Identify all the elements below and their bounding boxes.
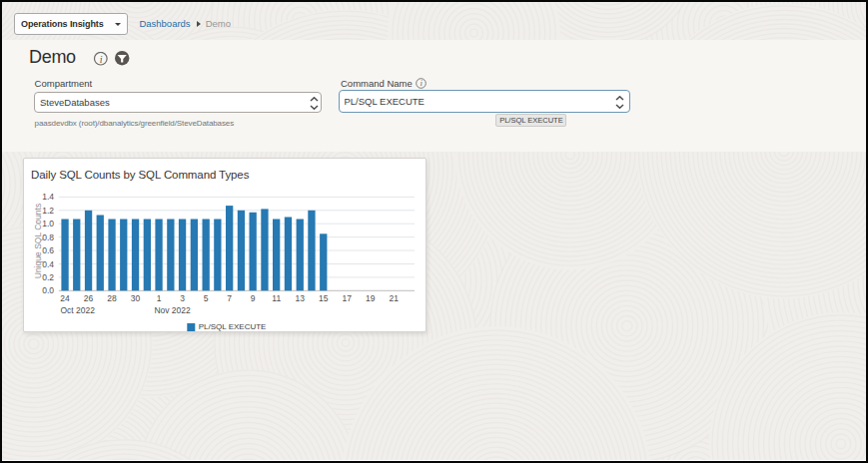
svg-text:5: 5 xyxy=(204,293,209,303)
svg-text:1.4: 1.4 xyxy=(42,192,54,202)
svg-text:0.8: 0.8 xyxy=(42,232,54,242)
svg-text:0.6: 0.6 xyxy=(42,245,54,255)
svg-text:9: 9 xyxy=(251,293,256,303)
svg-text:1.2: 1.2 xyxy=(42,206,54,216)
svg-text:0.0: 0.0 xyxy=(42,285,54,295)
svg-text:17: 17 xyxy=(342,293,352,303)
svg-text:21: 21 xyxy=(390,293,400,303)
svg-text:Oct 2022: Oct 2022 xyxy=(60,305,95,315)
svg-text:PL/SQL EXECUTE: PL/SQL EXECUTE xyxy=(199,322,267,331)
svg-text:13: 13 xyxy=(295,293,305,303)
svg-text:3: 3 xyxy=(180,293,185,303)
svg-text:1: 1 xyxy=(157,293,162,303)
svg-text:Unique SQL Counts: Unique SQL Counts xyxy=(33,204,43,278)
svg-text:11: 11 xyxy=(272,293,281,303)
svg-text:0.4: 0.4 xyxy=(42,259,54,269)
svg-text:15: 15 xyxy=(319,293,329,303)
svg-text:26: 26 xyxy=(84,293,94,303)
svg-text:7: 7 xyxy=(227,293,232,303)
svg-text:Nov 2022: Nov 2022 xyxy=(154,305,191,315)
svg-text:30: 30 xyxy=(131,293,141,303)
svg-text:19: 19 xyxy=(366,293,376,303)
svg-text:i: i xyxy=(421,79,423,88)
svg-text:28: 28 xyxy=(107,293,117,303)
svg-text:0.2: 0.2 xyxy=(42,272,54,282)
svg-text:1.0: 1.0 xyxy=(42,219,54,229)
svg-text:i: i xyxy=(100,53,103,64)
svg-text:24: 24 xyxy=(60,293,70,303)
